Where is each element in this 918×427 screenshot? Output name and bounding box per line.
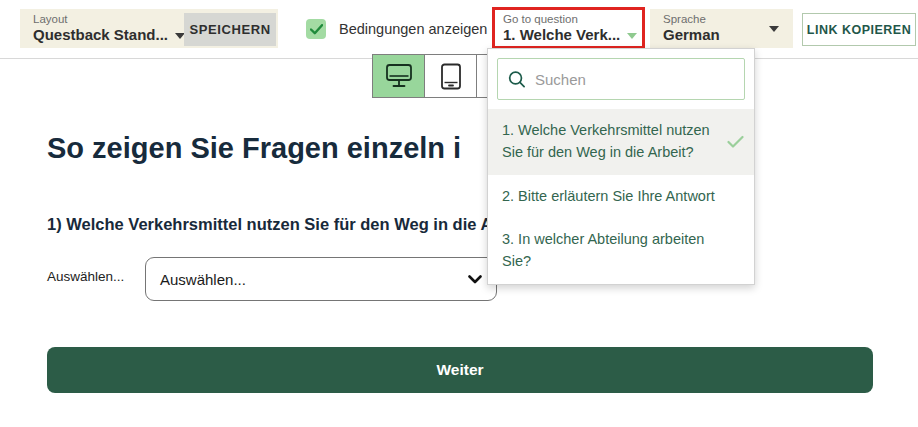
search-input[interactable] bbox=[535, 71, 734, 88]
goto-value: 1. Welche Verk... bbox=[503, 26, 637, 44]
save-button[interactable]: SPEICHERN bbox=[184, 13, 276, 46]
question-option-1[interactable]: 1. Welche Verkehrsmittel nutzen Sie für … bbox=[488, 109, 754, 175]
conditions-checkbox[interactable] bbox=[306, 19, 326, 39]
conditions-label: Bedingungen anzeigen bbox=[339, 21, 487, 37]
answer-select-value: Auswählen... bbox=[160, 271, 468, 288]
page-title: So zeigen Sie Fragen einzeln i bbox=[47, 132, 461, 165]
device-tablet-button[interactable] bbox=[424, 54, 477, 98]
question-option-2[interactable]: 2. Bitte erläutern Sie Ihre Antwort bbox=[488, 175, 754, 219]
device-desktop-button[interactable] bbox=[372, 54, 425, 98]
answer-select[interactable]: Auswählen... bbox=[145, 257, 497, 301]
chevron-down-icon bbox=[627, 33, 637, 39]
layout-value: Questback Stand... bbox=[33, 26, 185, 44]
checkmark-icon bbox=[727, 135, 744, 148]
question-text: 1) Welche Verkehrsmittel nutzen Sie für … bbox=[47, 215, 538, 234]
search-icon bbox=[508, 70, 526, 89]
layout-label: Layout bbox=[33, 13, 185, 26]
layout-dropdown[interactable]: Layout Questback Stand... SPEICHERN bbox=[20, 9, 278, 48]
goto-question-dropdown[interactable]: Go to question 1. Welche Verk... bbox=[492, 7, 645, 49]
tablet-icon bbox=[440, 63, 462, 90]
chevron-down-icon bbox=[769, 26, 779, 32]
copy-link-button[interactable]: LINK KOPIEREN bbox=[802, 13, 916, 46]
checkmark-icon bbox=[310, 24, 323, 35]
language-dropdown[interactable]: Sprache German bbox=[650, 9, 793, 48]
next-button[interactable]: Weiter bbox=[47, 347, 873, 393]
question-dropdown-panel: 1. Welche Verkehrsmittel nutzen Sie für … bbox=[487, 48, 755, 285]
show-conditions-toggle: Bedingungen anzeigen bbox=[306, 13, 487, 45]
app-window: Layout Questback Stand... SPEICHERN Bedi… bbox=[0, 0, 918, 427]
language-value: German bbox=[663, 26, 720, 44]
chevron-down-icon bbox=[468, 275, 482, 284]
question-option-3[interactable]: 3. In welcher Abteilung arbeiten Sie? bbox=[488, 218, 754, 284]
desktop-icon bbox=[385, 63, 413, 89]
language-label: Sprache bbox=[663, 13, 720, 26]
question-search-field[interactable] bbox=[497, 58, 745, 100]
answer-label: Auswählen... bbox=[47, 269, 124, 284]
goto-label: Go to question bbox=[503, 13, 637, 26]
